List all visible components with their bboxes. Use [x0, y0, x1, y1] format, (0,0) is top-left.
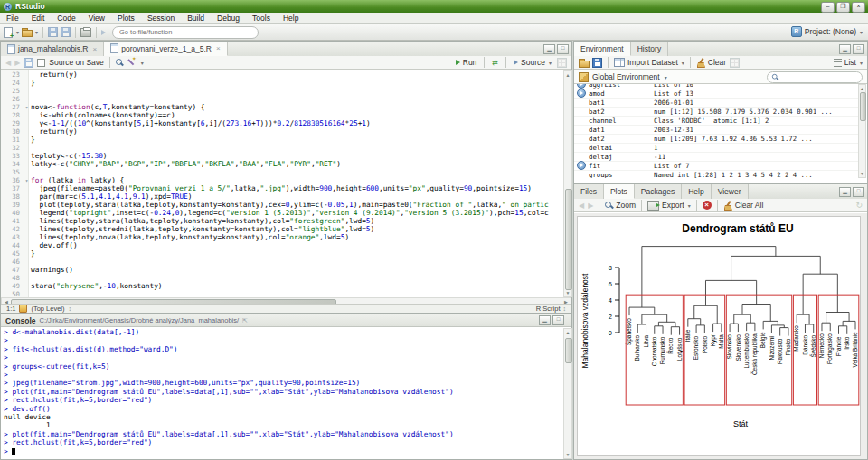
- goto-file-function-box[interactable]: [112, 26, 259, 39]
- project-selector[interactable]: R Project: (None) ▾: [791, 26, 863, 37]
- scope-chooser-icon[interactable]: ↕: [69, 305, 72, 312]
- refresh-icon[interactable]: ↻: [855, 201, 863, 210]
- menu-plots[interactable]: Plots: [111, 14, 141, 23]
- svg-text:Řecko: Řecko: [667, 337, 675, 354]
- menu-help[interactable]: Help: [277, 14, 305, 23]
- svg-text:Dánsko: Dánsko: [802, 335, 808, 355]
- menu-edit[interactable]: Edit: [25, 14, 52, 23]
- editor-vscrollbar[interactable]: ▲▼: [563, 70, 572, 297]
- code-line: 33 teploty<-c(-15:30): [1, 152, 563, 160]
- environment-row[interactable]: groupsNamed int [1:28] 1 2 1 3 4 5 4 2 2…: [574, 170, 858, 178]
- close-icon[interactable]: ×: [93, 45, 98, 53]
- environment-pane: EnvironmentHistory▁□ Import Dataset ▾ Cl…: [573, 41, 868, 183]
- code-line: 42 lines(teploty,stredni(latka,teploty,k…: [1, 225, 563, 233]
- scroll-thumb[interactable]: [860, 92, 866, 121]
- save-workspace-icon[interactable]: [592, 58, 602, 68]
- scroll-thumb[interactable]: [565, 189, 572, 290]
- plots-toolbar: ◀ ▶ Zoom Export ▾ Clear All ↻: [574, 199, 867, 212]
- minimize-pane-icon[interactable]: ▁: [839, 187, 851, 197]
- save-all-icon[interactable]: [61, 27, 71, 37]
- environment-search-box[interactable]: [767, 71, 863, 83]
- export-button[interactable]: Export ▾: [647, 201, 691, 211]
- minimize-button[interactable]: –: [821, 2, 835, 13]
- scope-label[interactable]: (Top Level): [31, 305, 64, 313]
- console-caret[interactable]: [12, 448, 15, 455]
- console-output[interactable]: > d<-mahalanobis.dist(data[,-1])>> fit<-…: [4, 328, 562, 459]
- tab-viewer[interactable]: Viewer: [712, 184, 749, 199]
- menu-session[interactable]: Session: [141, 14, 181, 23]
- back-icon[interactable]: ◀: [5, 59, 11, 67]
- menu-file[interactable]: File: [0, 14, 25, 23]
- run-button[interactable]: Run: [456, 58, 477, 67]
- refresh-grid-icon[interactable]: [730, 58, 740, 68]
- code-line: 44 dev.off(): [1, 241, 563, 249]
- tab-history[interactable]: History: [631, 42, 668, 56]
- clear-all-button[interactable]: Clear All: [723, 201, 764, 210]
- menu-view[interactable]: View: [82, 14, 111, 23]
- code-line: 38 par(mar=c(5.1,4.1,4.1,9.1),xpd=TRUE): [1, 192, 563, 201]
- tab-help[interactable]: Help: [682, 184, 711, 199]
- window-titlebar: R RStudio – ❐ ×: [0, 0, 868, 13]
- svg-text:Kypr: Kypr: [710, 333, 717, 346]
- find-icon[interactable]: [116, 59, 124, 67]
- svg-text:Chorvatsko: Chorvatsko: [651, 336, 657, 366]
- code-line: 49 stara("chrysene",-10,konstanty): [1, 282, 563, 290]
- list-view-button[interactable]: List ▾: [834, 58, 863, 67]
- maximize-pane-icon[interactable]: □: [853, 187, 864, 197]
- outline-icon[interactable]: [557, 58, 567, 68]
- main-toolbar: ▾ ▾: [0, 24, 868, 41]
- code-line: 41 lines(teploty,stara(latka,teploty,kon…: [1, 217, 563, 225]
- code-line: 27▾nova<-function(c,T,konstanty=konstant…: [1, 103, 563, 111]
- minimize-pane-icon[interactable]: ▁: [839, 44, 851, 54]
- open-file-icon[interactable]: [22, 28, 32, 36]
- forward-icon[interactable]: ▶: [14, 59, 20, 67]
- code-line: 32: [1, 144, 563, 152]
- tab-porovnani-verze-1-a-5-r[interactable]: porovnani_verze_1_a_5.R×: [104, 42, 227, 56]
- menu-tools[interactable]: Tools: [246, 14, 277, 23]
- console-vscrollbar[interactable]: ▲▼: [563, 328, 572, 459]
- source-button[interactable]: Source ▾: [514, 58, 552, 67]
- maximize-pane-icon[interactable]: □: [552, 315, 564, 325]
- global-environment-label[interactable]: Global Environment: [592, 72, 660, 81]
- close-icon[interactable]: ×: [216, 44, 221, 52]
- maximize-pane-icon[interactable]: □: [853, 44, 864, 54]
- load-workspace-icon[interactable]: [579, 59, 589, 67]
- expand-icon[interactable]: [577, 161, 586, 170]
- restore-button[interactable]: ❐: [836, 2, 850, 13]
- environment-vscrollbar[interactable]: ▲▼: [858, 84, 866, 178]
- maximize-pane-icon[interactable]: □: [557, 44, 569, 54]
- rerun-icon[interactable]: ⇄: [492, 59, 498, 67]
- code-tools-icon[interactable]: [127, 58, 137, 67]
- expand-icon[interactable]: [577, 89, 586, 98]
- menu-build[interactable]: Build: [181, 14, 211, 23]
- goto-file-function-input[interactable]: [118, 27, 239, 37]
- scroll-thumb[interactable]: [565, 338, 572, 363]
- external-link-icon[interactable]: ⇱: [242, 317, 248, 324]
- code-line: 31 }: [1, 136, 563, 144]
- remove-plot-icon[interactable]: [703, 201, 712, 210]
- minimize-pane-icon[interactable]: ▁: [539, 315, 551, 325]
- editor-save-icon[interactable]: [24, 58, 33, 68]
- save-icon[interactable]: [48, 27, 58, 37]
- tab-packages[interactable]: Packages: [635, 184, 682, 199]
- new-file-icon[interactable]: [4, 27, 13, 38]
- menu-debug[interactable]: Debug: [211, 14, 246, 23]
- code-line: 43 lines(teploty,nova(latka,teploty,kons…: [1, 233, 563, 241]
- clear-button[interactable]: Clear: [696, 58, 726, 67]
- menu-code[interactable]: Code: [51, 14, 81, 23]
- print-icon[interactable]: [80, 28, 91, 37]
- next-plot-icon[interactable]: ▶: [588, 202, 593, 210]
- file-type-label[interactable]: R Script: [536, 305, 561, 313]
- close-button[interactable]: ×: [852, 2, 865, 13]
- svg-text:Finsko: Finsko: [785, 338, 791, 355]
- code-editor[interactable]: 23 return(y)24 }25 26 27▾nova<-function(…: [1, 70, 563, 297]
- source-on-save-checkbox[interactable]: [37, 59, 45, 67]
- import-dataset-button[interactable]: Import Dataset ▾: [614, 58, 684, 67]
- tab-plots[interactable]: Plots: [604, 184, 635, 199]
- tab-files[interactable]: Files: [574, 184, 604, 199]
- tab-jana-mahalanobis-r[interactable]: jana_mahalanobis.R×: [1, 42, 104, 56]
- previous-plot-icon[interactable]: ◀: [579, 202, 584, 210]
- tab-environment[interactable]: Environment: [574, 42, 631, 56]
- zoom-button[interactable]: Zoom: [605, 201, 636, 210]
- minimize-pane-icon[interactable]: ▁: [543, 44, 555, 54]
